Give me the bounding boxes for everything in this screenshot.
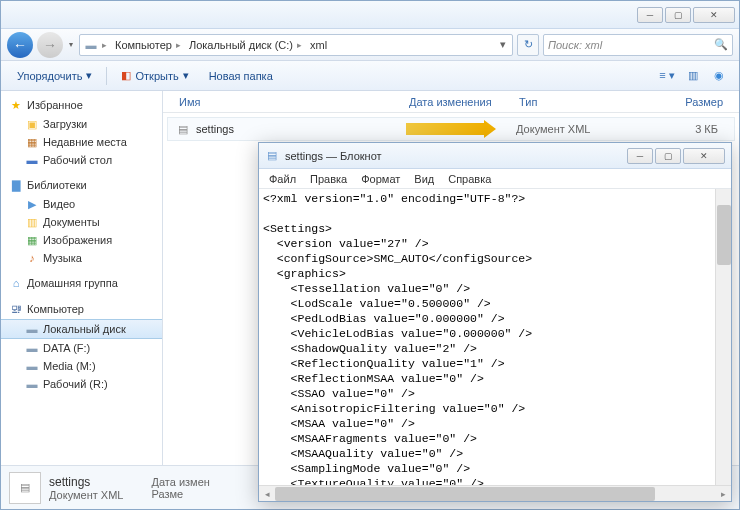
history-dropdown[interactable]: ▾ xyxy=(67,40,75,49)
sidebar-item-downloads[interactable]: ▣Загрузки xyxy=(1,115,162,133)
sidebar-libraries[interactable]: ▇Библиотеки xyxy=(1,175,162,195)
scroll-left-icon[interactable]: ◂ xyxy=(259,486,275,502)
file-type: Документ XML xyxy=(516,123,636,135)
file-name: settings xyxy=(196,123,234,135)
col-type[interactable]: Тип xyxy=(511,96,631,108)
view-options-button[interactable]: ≡ ▾ xyxy=(655,66,679,86)
notepad-icon: ▤ xyxy=(265,149,279,163)
details-icon: ▤ xyxy=(9,472,41,504)
breadcrumb-item[interactable]: Локальный диск (C:) xyxy=(189,39,293,51)
notepad-maximize-button[interactable]: ▢ xyxy=(655,148,681,164)
explorer-titlebar: ─ ▢ ✕ xyxy=(1,1,739,29)
preview-pane-button[interactable]: ▥ xyxy=(681,66,705,86)
organize-button[interactable]: Упорядочить ▾ xyxy=(9,65,100,86)
help-button[interactable]: ◉ xyxy=(707,66,731,86)
minimize-button[interactable]: ─ xyxy=(637,7,663,23)
file-row[interactable]: ▤settings Документ XML 3 КБ xyxy=(167,117,735,141)
toolbar: Упорядочить ▾ ◧ Открыть ▾ Новая папка ≡ … xyxy=(1,61,739,91)
menu-file[interactable]: Файл xyxy=(263,171,302,187)
sidebar-item-drive[interactable]: ▬Рабочий (R:) xyxy=(1,375,162,393)
sidebar-item-pictures[interactable]: ▦Изображения xyxy=(1,231,162,249)
forward-button[interactable]: → xyxy=(37,32,63,58)
search-placeholder: Поиск: xml xyxy=(548,39,602,51)
details-title: settings xyxy=(49,475,123,489)
column-headers: Имя Дата изменения Тип Размер xyxy=(163,91,739,113)
sidebar-item-music[interactable]: ♪Музыка xyxy=(1,249,162,267)
sidebar-item-recent[interactable]: ▦Недавние места xyxy=(1,133,162,151)
search-input[interactable]: Поиск: xml 🔍 xyxy=(543,34,733,56)
new-folder-button[interactable]: Новая папка xyxy=(201,66,281,86)
notepad-window: ▤ settings — Блокнот ─ ▢ ✕ Файл Правка Ф… xyxy=(258,142,732,502)
vertical-scrollbar[interactable] xyxy=(715,189,731,485)
details-sub: Документ XML xyxy=(49,489,123,501)
maximize-button[interactable]: ▢ xyxy=(665,7,691,23)
annotation-arrow xyxy=(406,123,486,135)
sidebar-item-drive[interactable]: ▬DATA (F:) xyxy=(1,339,162,357)
menu-format[interactable]: Формат xyxy=(355,171,406,187)
sidebar-item-localdisk[interactable]: ▬Локальный диск xyxy=(1,319,162,339)
notepad-text-area[interactable]: <?xml version="1.0" encoding="UTF-8"?> <… xyxy=(259,189,731,485)
notepad-menu: Файл Правка Формат Вид Справка xyxy=(259,169,731,189)
horizontal-scrollbar[interactable]: ◂ ▸ xyxy=(259,485,731,501)
scroll-right-icon[interactable]: ▸ xyxy=(715,486,731,502)
sidebar-item-desktop[interactable]: ▬Рабочий стол xyxy=(1,151,162,169)
col-name[interactable]: Имя xyxy=(171,96,401,108)
menu-help[interactable]: Справка xyxy=(442,171,497,187)
search-icon[interactable]: 🔍 xyxy=(714,38,728,51)
sidebar-computer[interactable]: 🖳Компьютер xyxy=(1,299,162,319)
open-button[interactable]: ◧ Открыть ▾ xyxy=(113,65,196,86)
breadcrumb-item[interactable]: xml xyxy=(310,39,327,51)
details-meta: Разме xyxy=(151,488,209,500)
address-bar[interactable]: ▬▸ Компьютер ▸ Локальный диск (C:) ▸ xml… xyxy=(79,34,513,56)
notepad-content: <?xml version="1.0" encoding="UTF-8"?> <… xyxy=(259,189,731,485)
sidebar-favorites[interactable]: ★Избранное xyxy=(1,95,162,115)
breadcrumb-item[interactable]: Компьютер xyxy=(115,39,172,51)
sidebar-item-documents[interactable]: ▥Документы xyxy=(1,213,162,231)
notepad-minimize-button[interactable]: ─ xyxy=(627,148,653,164)
notepad-title: settings — Блокнот xyxy=(285,150,382,162)
address-dropdown[interactable]: ▾ xyxy=(494,38,512,51)
col-modified[interactable]: Дата изменения xyxy=(401,96,511,108)
menu-view[interactable]: Вид xyxy=(408,171,440,187)
sidebar-item-drive[interactable]: ▬Media (M:) xyxy=(1,357,162,375)
sidebar: ★Избранное ▣Загрузки ▦Недавние места ▬Ра… xyxy=(1,91,163,465)
nav-bar: ← → ▾ ▬▸ Компьютер ▸ Локальный диск (C:)… xyxy=(1,29,739,61)
file-size: 3 КБ xyxy=(636,123,734,135)
details-meta: Дата измен xyxy=(151,476,209,488)
back-button[interactable]: ← xyxy=(7,32,33,58)
sidebar-item-video[interactable]: ▶Видео xyxy=(1,195,162,213)
notepad-close-button[interactable]: ✕ xyxy=(683,148,725,164)
col-size[interactable]: Размер xyxy=(631,96,739,108)
sidebar-homegroup[interactable]: ⌂Домашняя группа xyxy=(1,273,162,293)
notepad-titlebar: ▤ settings — Блокнот ─ ▢ ✕ xyxy=(259,143,731,169)
menu-edit[interactable]: Правка xyxy=(304,171,353,187)
refresh-button[interactable]: ↻ xyxy=(517,34,539,56)
close-button[interactable]: ✕ xyxy=(693,7,735,23)
